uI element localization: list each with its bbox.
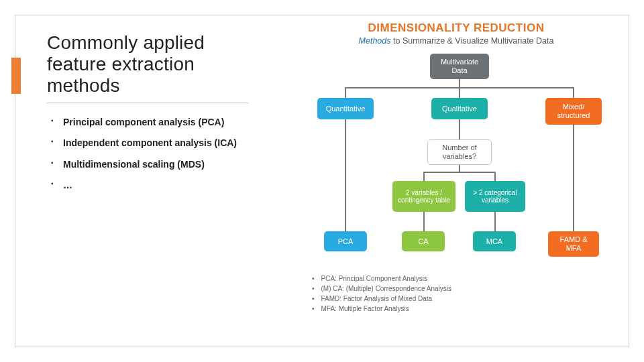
connector (573, 87, 574, 98)
node-quantitative: Quantitative (317, 98, 374, 119)
node-ca: CA (402, 231, 445, 251)
list-item: Multidimensional scaling (MDS) (51, 159, 248, 171)
diagram-subheading: Methods to Summarize & Visualize Multiva… (288, 36, 624, 46)
list-item: … (51, 180, 248, 192)
subheading-rest: to Summarize & Visualize Multivariate Da… (393, 36, 553, 46)
connector (423, 172, 496, 173)
diagram-heading: DIMENSIONALITY REDUCTION (288, 21, 624, 35)
legend-item: PCA: Principal Component Analysis (312, 274, 451, 284)
node-gt2: > 2 categorical variables (465, 181, 525, 212)
connector (459, 119, 460, 139)
legend-item: (M) CA: (Multiple) Correspondence Analys… (312, 284, 451, 294)
right-column: DIMENSIONALITY REDUCTION Methods to Summ… (288, 21, 624, 275)
left-column: Commonly applied feature extraction meth… (47, 32, 248, 201)
connector (423, 212, 425, 231)
connector (573, 125, 574, 231)
connector (459, 165, 460, 172)
connector (494, 172, 496, 181)
bullet-list: Principal component analysis (PCA) Indep… (47, 117, 248, 192)
list-item: Independent component analysis (ICA) (51, 137, 248, 149)
legend: PCA: Principal Component Analysis (M) CA… (312, 274, 451, 314)
connector (345, 119, 346, 231)
connector (345, 87, 346, 98)
subheading-emph: Methods (359, 36, 393, 46)
node-mca: MCA (473, 231, 516, 251)
node-famd: FAMD & MFA (548, 231, 599, 257)
node-question: Number of variables? (427, 139, 492, 165)
connector (423, 172, 425, 181)
slide-title: Commonly applied feature extraction meth… (47, 32, 248, 103)
node-pca: PCA (324, 231, 367, 251)
node-root: Multivariate Data (430, 54, 489, 79)
flow-diagram: Multivariate Data Quantitative Qualitati… (299, 54, 614, 275)
node-two-variables: 2 variables / contingency table (392, 181, 455, 212)
legend-item: MFA: Multiple Factor Analysis (312, 304, 451, 314)
node-qualitative: Qualitative (431, 98, 488, 119)
accent-bar (11, 58, 21, 94)
connector (459, 87, 460, 98)
node-mixed: Mixed/ structured (545, 98, 602, 125)
connector (459, 79, 460, 87)
connector (494, 212, 496, 231)
list-item: Principal component analysis (PCA) (51, 117, 248, 129)
legend-item: FAMD: Factor Analysis of Mixed Data (312, 294, 451, 304)
